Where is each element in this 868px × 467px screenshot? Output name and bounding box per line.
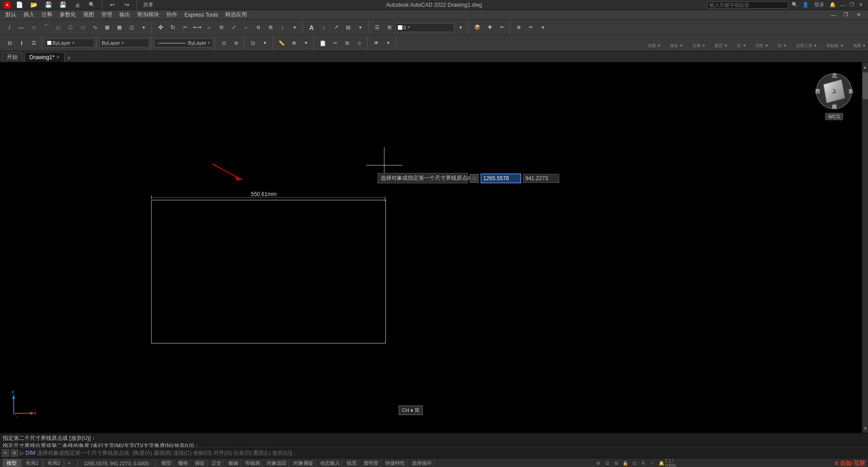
menu-default[interactable]: 默认 [2, 10, 20, 19]
status-zoom-ratio[interactable]: 1:1 / 100% [666, 459, 675, 467]
color-dropdown[interactable]: ByLayer ▼ [45, 38, 94, 47]
user-icon[interactable]: 👤 [801, 1, 810, 9]
status-otrack[interactable]: 对象追踪 [265, 460, 289, 467]
save-as-btn[interactable]: 💾 [57, 0, 69, 11]
coord-field-x[interactable] [481, 173, 521, 183]
layout-tab-layout1[interactable]: 布局1 [22, 459, 42, 467]
scroll-down-btn[interactable]: ▼ [862, 424, 868, 433]
search-icon[interactable]: 🔍 [790, 1, 799, 9]
view-more-btn[interactable]: ▼ [382, 37, 394, 49]
status-icon-ws[interactable]: ⊞ [612, 459, 620, 467]
modify-fillet-btn[interactable]: ⌐ [203, 22, 215, 33]
toolbar-minimize-btn[interactable]: — [827, 9, 839, 21]
draw-polygon-btn[interactable]: ⬡ [65, 22, 76, 33]
layer-dropdown[interactable]: 0 ▼ [396, 23, 454, 32]
compass-south[interactable]: 南 [832, 103, 837, 110]
maximize-btn[interactable]: ❐ [848, 1, 855, 9]
layer-properties-btn[interactable]: ⊞ [383, 22, 395, 33]
measure-btn[interactable]: 📏 [276, 37, 288, 49]
draw-region-btn[interactable]: ◫ [126, 22, 137, 33]
annotation-table-btn[interactable]: ▤ [342, 22, 354, 33]
cmd-close-btn[interactable]: ✕ [2, 449, 9, 457]
status-icon-hardware[interactable]: ⚙ [594, 459, 602, 467]
status-ortho[interactable]: 正交 [210, 460, 224, 467]
scroll-up-btn[interactable]: ▲ [862, 62, 868, 71]
insert-edit-btn[interactable]: ✏ [525, 22, 537, 33]
menu-addons[interactable]: 附加模块 [134, 10, 163, 19]
draw-ellipse-btn[interactable]: ⬭ [77, 22, 89, 33]
redo-btn[interactable]: ↪ [121, 0, 132, 11]
viewcube[interactable]: 北 南 东 西 上 WCS [814, 71, 854, 130]
right-scrollbar[interactable]: ▲ ▼ [862, 62, 868, 433]
menu-parametric[interactable]: 参数化 [56, 10, 80, 19]
draw-gradient-btn[interactable]: ▩ [113, 22, 125, 33]
modify-extend-btn[interactable]: ↔ [240, 22, 252, 33]
modify-offset-btn[interactable]: ⊜ [252, 22, 264, 33]
draw-polyline-btn[interactable]: ⌐⌐ [16, 22, 28, 33]
menu-featured[interactable]: 精选应用 [222, 10, 250, 19]
open-btn[interactable]: 📂 [28, 0, 40, 11]
id-btn[interactable]: ⊕ [288, 37, 300, 49]
view-btn[interactable]: 👁 [370, 37, 382, 49]
base-point-btn[interactable]: ⊹ [354, 37, 365, 49]
modify-move-btn[interactable]: ✥ [155, 22, 166, 33]
undo-btn[interactable]: ↩ [106, 0, 118, 11]
cmd-settings-btn[interactable]: ⚙ [11, 449, 18, 457]
coord-field-y[interactable] [523, 174, 559, 183]
modify-trim-btn[interactable]: ✂ [179, 22, 191, 33]
menu-manage[interactable]: 管理 [98, 10, 116, 19]
bylayer-dropdown[interactable]: ByLayer ▼ [99, 38, 149, 47]
doc-tab-drawing1[interactable]: Drawing1* ✕ [24, 52, 65, 62]
paste-btn[interactable]: 📋 [317, 37, 329, 49]
modify-scale-btn[interactable]: ⤢ [228, 22, 240, 33]
draw-arc-btn[interactable]: ⌒ [40, 22, 52, 33]
linetype-dropdown[interactable]: ByLayer ▼ [154, 38, 213, 47]
draw-hatch-btn[interactable]: ▦ [101, 22, 113, 33]
modify-mirror-btn[interactable]: ⟷ [191, 22, 203, 33]
modify-array-btn[interactable]: ⊞ [264, 22, 276, 33]
status-icon-annotscale[interactable]: A [639, 459, 647, 467]
match-btn[interactable]: ⊜ [230, 37, 242, 49]
cut-btn[interactable]: ✂ [329, 37, 341, 49]
annotation-text-btn[interactable]: A [306, 22, 317, 33]
annotation-dim-btn[interactable]: ↕ [318, 22, 330, 33]
new-btn[interactable]: 📄 [14, 0, 25, 11]
draw-spline-btn[interactable]: ∿ [89, 22, 101, 33]
copy-clip-btn[interactable]: ⧉ [341, 37, 353, 49]
properties-btn2[interactable]: ☰ [28, 37, 40, 49]
status-dynin[interactable]: 动态输入 [318, 460, 342, 467]
block-insert-btn[interactable]: 📦 [472, 22, 483, 33]
print-preview-btn[interactable]: 🔍 [86, 0, 98, 11]
close-btn[interactable]: ✕ [857, 1, 864, 9]
status-model[interactable]: 模型 [160, 460, 174, 467]
modify-more-btn[interactable]: ▼ [289, 22, 301, 33]
status-lineweight[interactable]: 线宽 [345, 460, 359, 467]
status-grid[interactable]: 栅格 [176, 460, 190, 467]
status-coords[interactable]: 1265.5578, 941.2273, 0.0000 [82, 461, 151, 466]
wcs-badge[interactable]: WCS [825, 113, 843, 120]
toolbar-close-btn[interactable]: ✕ [853, 9, 864, 21]
insert-more-btn[interactable]: ▼ [537, 22, 549, 33]
command-input-field[interactable] [37, 450, 866, 456]
status-transparency[interactable]: 透明度 [362, 460, 381, 467]
doc-tab-add-btn[interactable]: + [65, 54, 73, 62]
annotation-leader-btn[interactable]: ↗ [330, 22, 342, 33]
annotation-more-btn[interactable]: ▼ [354, 22, 366, 33]
status-snap[interactable]: 捕捉 [193, 460, 207, 467]
insert-btn[interactable]: ⊕ [513, 22, 524, 33]
match-properties-btn[interactable]: ⊟ [4, 37, 15, 49]
menu-express[interactable]: Express Tools [181, 11, 222, 19]
compass-west[interactable]: 西 [815, 88, 820, 95]
status-icon-isolate[interactable]: ☰ [603, 459, 611, 467]
doc-tab-close-btn[interactable]: ✕ [56, 55, 60, 60]
utilities-more-btn[interactable]: ▼ [300, 37, 312, 49]
status-osnap[interactable]: 对象捕捉 [292, 460, 316, 467]
status-selcycle[interactable]: 选择循环 [410, 460, 434, 467]
layout-add-btn[interactable]: + [65, 459, 73, 467]
draw-circle-btn[interactable]: ○ [28, 22, 40, 33]
save-btn[interactable]: 💾 [42, 0, 54, 11]
status-icon-wsswitch[interactable]: ✧ [648, 459, 656, 467]
compass-north[interactable]: 北 [832, 72, 837, 79]
layout-tab-model[interactable]: 模型 [3, 459, 21, 467]
scroll-thumb[interactable] [863, 72, 868, 99]
